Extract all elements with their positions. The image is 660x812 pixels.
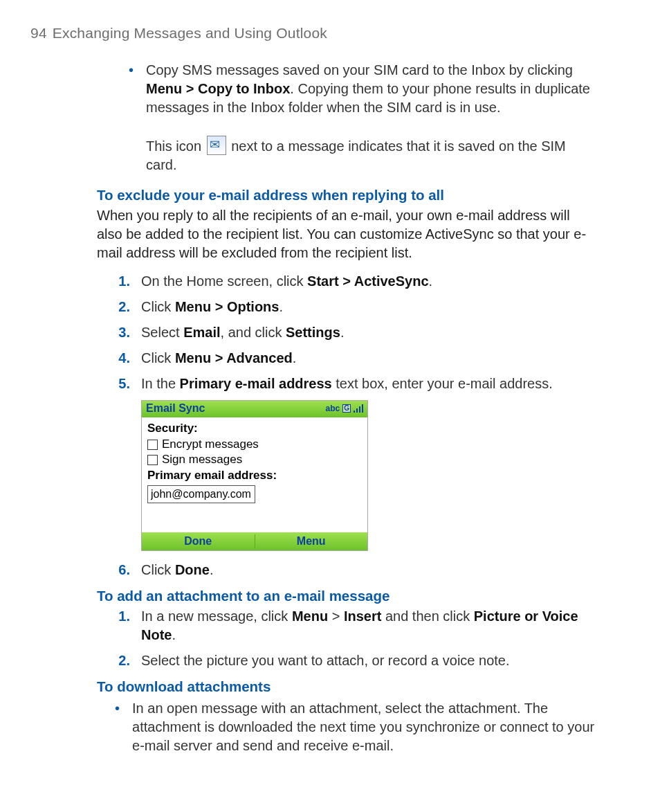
menu-path-bold: Menu > Copy to Inbox	[146, 81, 290, 96]
list-item: 6. Click Done.	[115, 561, 598, 579]
encrypt-label: Encrypt messages	[162, 437, 259, 451]
step-number: 4.	[115, 349, 130, 368]
phone-status-icons: abc G	[326, 404, 363, 413]
step-number: 6.	[115, 561, 130, 579]
softkey-menu[interactable]: Menu	[255, 532, 368, 550]
security-label: Security:	[143, 420, 366, 437]
encrypt-checkbox-row[interactable]: Encrypt messages	[143, 437, 366, 452]
softkey-done[interactable]: Done	[142, 532, 255, 550]
download-bullets: • In an open message with an attachment,…	[115, 699, 598, 755]
step-number: 2.	[115, 298, 130, 316]
chapter-title: Exchanging Messages and Using Outlook	[53, 25, 327, 41]
attach-steps: 1. In a new message, click Menu > Insert…	[115, 607, 598, 670]
document-page: 94Exchanging Messages and Using Outlook …	[0, 0, 660, 812]
list-item: 5. In the Primary e-mail address text bo…	[115, 375, 598, 393]
primary-email-input[interactable]	[147, 485, 255, 503]
checkbox-icon[interactable]	[147, 455, 158, 465]
icon-line-pre: This icon	[146, 138, 205, 154]
page-header: 94Exchanging Messages and Using Outlook	[30, 25, 598, 42]
phone-softkeys: Done Menu	[142, 532, 367, 550]
bullet-text: Copy SMS messages saved on your SIM card…	[146, 61, 598, 174]
bullet-icon: •	[115, 699, 120, 755]
sign-checkbox-row[interactable]: Sign messages	[143, 452, 366, 467]
phone-body: Security: Encrypt messages Sign messages…	[142, 417, 367, 532]
bullet-text: In an open message with an attachment, s…	[132, 699, 598, 755]
exclude-step6: 6. Click Done.	[115, 561, 598, 579]
bullet-icon: •	[129, 61, 134, 174]
section-heading-exclude: To exclude your e-mail address when repl…	[97, 187, 598, 204]
list-item: 2. Select the picture you want to attach…	[115, 651, 598, 670]
step-number: 3.	[115, 323, 130, 342]
step-number: 1.	[115, 272, 130, 291]
signal-icon	[354, 404, 363, 413]
page-number: 94	[30, 25, 47, 41]
list-item: • Copy SMS messages saved on your SIM ca…	[129, 61, 598, 174]
phone-titlebar: Email Sync abc G	[142, 401, 367, 417]
section-heading-attach: To add an attachment to an e-mail messag…	[97, 588, 598, 604]
sign-label: Sign messages	[162, 453, 242, 467]
list-item: 4. Click Menu > Advanced.	[115, 349, 598, 368]
input-mode-icon: abc	[326, 404, 340, 413]
list-item: 1. In a new message, click Menu > Insert…	[115, 607, 598, 644]
step-number: 2.	[115, 651, 130, 670]
sim-message-icon	[207, 136, 226, 155]
phone-screenshot: Email Sync abc G Security: Encrypt messa…	[141, 400, 368, 551]
list-item: • In an open message with an attachment,…	[115, 699, 598, 755]
section-paragraph: When you reply to all the recipients of …	[97, 206, 598, 262]
primary-email-label: Primary email address:	[143, 467, 366, 484]
step-number: 5.	[115, 375, 130, 393]
list-item: 3. Select Email, and click Settings.	[115, 323, 598, 342]
list-item: 2. Click Menu > Options.	[115, 298, 598, 316]
checkbox-icon[interactable]	[147, 440, 158, 450]
list-item: 1. On the Home screen, click Start > Act…	[115, 272, 598, 291]
section-heading-download: To download attachments	[97, 678, 598, 695]
network-g-icon: G	[342, 404, 351, 413]
phone-title-text: Email Sync	[146, 402, 205, 415]
sms-copy-bullets: • Copy SMS messages saved on your SIM ca…	[129, 61, 598, 174]
exclude-steps: 1. On the Home screen, click Start > Act…	[115, 272, 598, 393]
step-number: 1.	[115, 607, 130, 644]
